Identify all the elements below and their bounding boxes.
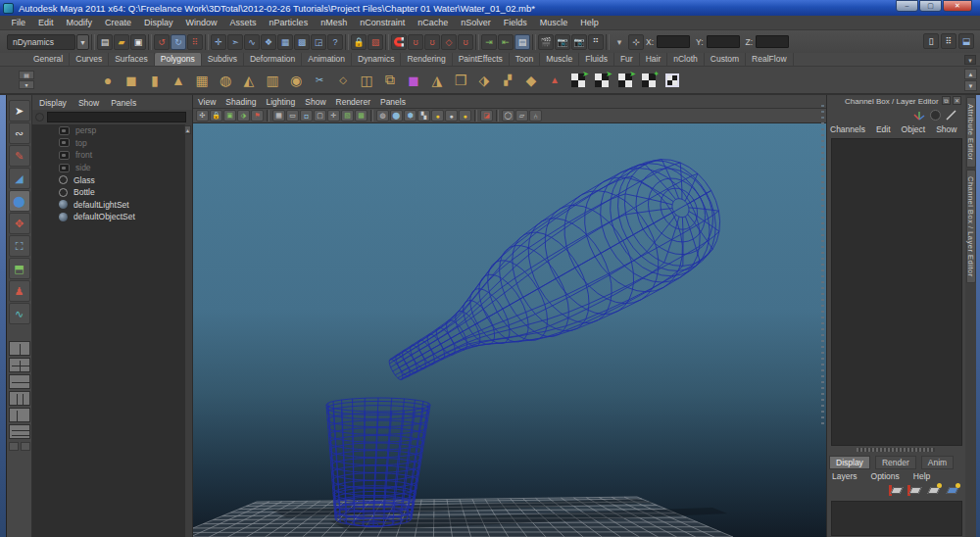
menu-fields[interactable]: Fields <box>497 18 533 27</box>
shelf-checker1-icon[interactable]: ➤ <box>566 68 590 92</box>
outliner-menu-show[interactable]: Show <box>78 98 99 108</box>
select-by-object-icon[interactable]: ➣ <box>227 34 243 50</box>
x-input[interactable] <box>657 35 690 48</box>
snap-plane-icon[interactable]: ◇ <box>441 34 457 50</box>
viewport-menu-renderer[interactable]: Renderer <box>336 97 370 107</box>
shelf-cube-icon[interactable]: ◼ <box>120 68 143 92</box>
lock-icon[interactable]: 🔒 <box>351 34 367 50</box>
shelf-plane-icon[interactable]: ▦ <box>190 68 214 92</box>
z-input[interactable] <box>756 35 789 48</box>
layout-next-icon[interactable] <box>21 442 30 451</box>
vp-film-gate-icon[interactable]: ▭ <box>286 110 299 122</box>
panel-splitter[interactable] <box>821 105 824 428</box>
mask-points-icon[interactable]: ❖ <box>261 34 276 50</box>
shelf-tab-ncloth[interactable]: nCloth <box>667 53 705 66</box>
outliner-search-input[interactable] <box>47 112 186 122</box>
shelf-extrude-icon[interactable]: ◮ <box>425 68 449 92</box>
outliner-item-persp[interactable]: persp <box>32 124 185 137</box>
layer-editor-content[interactable] <box>831 501 962 536</box>
channel-box-tearoff-icon[interactable]: ⧉ <box>942 96 951 105</box>
vp-wireframe-icon[interactable]: ◍ <box>376 110 389 122</box>
menu-nsolver[interactable]: nSolver <box>455 18 498 27</box>
divider[interactable] <box>606 34 610 50</box>
layout-single-icon[interactable] <box>9 341 30 356</box>
cb-menu-show[interactable]: Show <box>936 124 956 134</box>
outliner-item-defaultobjectset[interactable]: defaultObjectSet <box>32 211 185 223</box>
vp-plugin-icon[interactable]: ▱ <box>515 110 528 122</box>
shelf-bevel-icon[interactable]: ❒ <box>449 68 472 92</box>
outliner-menu-panels[interactable]: Panels <box>111 98 136 108</box>
shelf-sphere-icon[interactable]: ● <box>96 68 120 92</box>
outliner-item-top[interactable]: top <box>32 137 185 150</box>
vp-light-all-icon[interactable]: ● <box>431 110 444 122</box>
shelf-tab-painteffects[interactable]: PaintEffects <box>453 53 510 66</box>
vp-light-selected-icon[interactable]: ● <box>459 110 471 122</box>
le-menu-options[interactable]: Options <box>871 471 900 481</box>
vp-textured-icon[interactable]: ⬢ <box>404 110 416 122</box>
outliner-item-bottle[interactable]: Bottle <box>32 186 185 199</box>
new-scene-icon[interactable]: ▤ <box>97 34 113 50</box>
shelf-tab-animation[interactable]: Animation <box>302 53 352 66</box>
shelf-checker5-icon[interactable] <box>661 68 684 92</box>
shelf-tab-options-icon[interactable]: ▾ <box>964 55 976 65</box>
shelf-smooth-icon[interactable]: ◼ <box>402 68 425 92</box>
menu-set-dropdown-arrow[interactable]: ▼ <box>76 34 89 50</box>
divider[interactable] <box>475 34 479 50</box>
layout-hypergraph-icon[interactable] <box>9 424 30 439</box>
redo-icon[interactable]: ↻ <box>171 34 186 50</box>
snap-curve-icon[interactable]: ʊ <box>408 34 423 50</box>
snap-point-icon[interactable]: ʊ <box>424 34 440 50</box>
le-menu-layers[interactable]: Layers <box>832 471 858 481</box>
universal-manip-tool-icon[interactable]: ⬒ <box>9 258 30 279</box>
field-mode-arrow-icon[interactable]: ▾ <box>612 34 627 50</box>
curve-tool-icon[interactable]: ∿ <box>9 303 30 324</box>
shelf-pipe-icon[interactable]: ▥ <box>261 68 284 92</box>
create-empty-layer-icon[interactable] <box>889 485 904 497</box>
menu-create[interactable]: Create <box>99 18 138 27</box>
soft-mod-tool-icon[interactable]: ♟ <box>9 280 30 302</box>
speed-dial-icon[interactable] <box>930 110 941 121</box>
snap-surface-icon[interactable]: ʊ <box>458 34 473 50</box>
layout-three-icon[interactable] <box>9 391 30 406</box>
vp-shaded-icon[interactable]: ⬤ <box>390 110 403 122</box>
menu-edit[interactable]: Edit <box>32 18 61 27</box>
open-scene-icon[interactable]: ▰ <box>114 34 129 50</box>
vp-field-chart-icon[interactable]: ✛ <box>327 110 340 122</box>
viewport-canvas[interactable] <box>193 123 826 537</box>
shelf-torus-icon[interactable]: ◍ <box>214 68 237 92</box>
vp-xray-icon[interactable]: ◪ <box>480 110 493 122</box>
menu-display[interactable]: Display <box>138 18 180 27</box>
scale-tool-icon[interactable]: ⛶ <box>9 235 30 257</box>
shelf-platonic-icon[interactable]: ◇ <box>331 68 355 92</box>
render-settings-icon[interactable]: 📷 <box>571 34 587 50</box>
create-layer-icon[interactable] <box>907 485 922 497</box>
select-tool-icon[interactable]: ➤ <box>9 100 30 122</box>
mask-faces-icon[interactable]: ▩ <box>294 34 310 50</box>
snap-grid-icon[interactable]: 🧲 <box>391 34 407 50</box>
minimize-button[interactable]: – <box>896 0 918 12</box>
render-icon[interactable]: 🎬 <box>538 34 554 50</box>
menu-nparticles[interactable]: nParticles <box>263 18 315 27</box>
shelf-prism-icon[interactable]: ◭ <box>237 68 261 92</box>
viewport-menu-view[interactable]: View <box>198 97 216 107</box>
le-menu-help[interactable]: Help <box>913 471 930 481</box>
shelf-tab-rendering[interactable]: Rendering <box>401 53 452 66</box>
save-scene-icon[interactable]: ▣ <box>130 34 146 50</box>
channel-box-close-icon[interactable]: ✕ <box>953 96 961 105</box>
shelf-tab-polygons[interactable]: Polygons <box>155 53 202 66</box>
cb-menu-object[interactable]: Object <box>902 124 926 134</box>
shelf-tab-muscle[interactable]: Muscle <box>540 53 579 66</box>
shelf-tab-custom[interactable]: Custom <box>705 53 746 66</box>
vp-share-icon[interactable]: ⑃ <box>529 110 542 122</box>
outliner-item-defaultlightset[interactable]: defaultLightSet <box>32 199 185 212</box>
divider[interactable] <box>385 34 389 50</box>
outliner-item-front[interactable]: front <box>32 149 185 162</box>
shelf-split-icon[interactable]: ◆ <box>519 68 543 92</box>
shelf-tab-fluids[interactable]: Fluids <box>579 53 614 66</box>
highlight-icon[interactable]: ▧ <box>368 34 383 50</box>
maximize-button[interactable]: ▢ <box>919 0 942 12</box>
shelf-tab-toon[interactable]: Toon <box>510 53 540 66</box>
layout-two-icon[interactable] <box>9 374 30 389</box>
y-input[interactable] <box>707 35 740 48</box>
viewport-menu-show[interactable]: Show <box>305 97 325 107</box>
